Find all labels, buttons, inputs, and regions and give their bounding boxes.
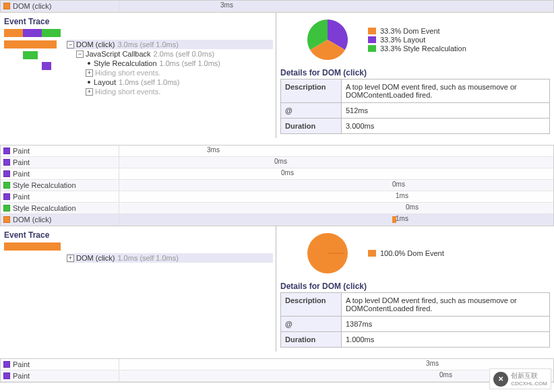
event-color-chip xyxy=(3,361,10,368)
event-name: Style Recalculation xyxy=(13,204,76,212)
tree-row[interactable]: −DOM (click)3.0ms (self 1.0ms) xyxy=(67,40,273,49)
tree-row[interactable]: +DOM (click)1.0ms (self 1.0ms) xyxy=(67,253,273,263)
legend-item: 100.0% Dom Event xyxy=(368,249,444,257)
details-value: 512ms xyxy=(342,103,550,119)
details-row: Duration1.000ms xyxy=(281,332,550,348)
timeline-duration-label: 0ms xyxy=(439,371,452,379)
details-row: DescriptionA top level DOM event fired, … xyxy=(281,293,550,317)
trace-bar xyxy=(23,51,38,59)
timeline-bottom: Paint3msPaint0ms xyxy=(0,358,554,383)
timeline-track[interactable]: 1ms xyxy=(119,191,553,202)
timeline-track[interactable]: 3ms xyxy=(119,359,553,370)
timeline-row[interactable]: Paint3ms xyxy=(1,359,553,370)
timeline-track[interactable]: 3ms xyxy=(119,145,553,156)
watermark-sub: CDCXHL.COM xyxy=(511,381,547,383)
trace-tree: −DOM (click)3.0ms (self 1.0ms)−JavaScrip… xyxy=(64,40,276,100)
timeline-track[interactable]: 0ms xyxy=(119,203,553,214)
event-color-chip xyxy=(3,3,10,9)
watermark-brand: 创新互联 xyxy=(511,371,547,381)
tree-label: DOM (click) xyxy=(76,254,115,262)
details-key: Description xyxy=(281,293,342,317)
collapse-icon[interactable]: − xyxy=(67,41,74,48)
details-key: @ xyxy=(281,317,342,332)
event-color-chip xyxy=(3,148,10,154)
tree-row[interactable]: Layout1.0ms (self 1.0ms) xyxy=(67,77,273,87)
event-name: Paint xyxy=(13,158,30,166)
details-row: @512ms xyxy=(281,103,550,119)
legend-label: 33.3% Layout xyxy=(380,36,425,44)
tree-label: DOM (click) xyxy=(76,40,115,48)
event-name: Paint xyxy=(13,170,30,178)
timeline-row[interactable]: Paint0ms xyxy=(1,168,553,180)
tree-row[interactable]: −JavaScript Callback2.0ms (self 0.0ms) xyxy=(67,49,273,59)
top-split: Event Trace −DOM (click)3.0ms (self 1.0m… xyxy=(0,13,554,138)
timeline-track[interactable]: 0ms xyxy=(119,168,553,179)
event-color-chip xyxy=(3,205,10,211)
event-name: DOM (click) xyxy=(13,216,51,224)
pie-legend-wrap: 33.3% Dom Event33.3% Layout33.3% Style R… xyxy=(280,14,550,64)
pie-legend-wrap: 100.0% Dom Event xyxy=(280,228,550,277)
timeline-track[interactable]: 0ms xyxy=(119,370,553,381)
event-color-chip xyxy=(3,372,10,379)
event-name: Paint xyxy=(13,147,30,155)
tree-time: 1.0ms (self 1.0ms) xyxy=(117,254,178,262)
collapse-icon[interactable]: − xyxy=(76,51,84,58)
timeline-row[interactable]: Style Recalculation0ms xyxy=(1,180,553,191)
tree-row[interactable]: +Hiding short events. xyxy=(67,68,273,77)
event-name: Paint xyxy=(13,360,30,368)
event-color-chip xyxy=(3,193,10,200)
tree-row[interactable]: Style Recalculation1.0ms (self 1.0ms) xyxy=(67,59,273,68)
timeline-row[interactable]: Paint0ms xyxy=(1,370,553,382)
expand-icon[interactable]: + xyxy=(67,255,74,262)
top-right-pane: 33.3% Dom Event33.3% Layout33.3% Style R… xyxy=(276,13,554,138)
timeline-track[interactable]: 0ms xyxy=(119,180,553,191)
details-key: Duration xyxy=(281,119,342,134)
event-color-chip xyxy=(3,159,10,166)
pie-chart-icon xyxy=(301,15,355,64)
expand-icon[interactable]: + xyxy=(86,69,93,77)
timeline-row[interactable]: Style Recalculation0ms xyxy=(1,203,553,214)
tree-label: Hiding short events. xyxy=(95,88,160,96)
trace-colorbar xyxy=(4,29,272,37)
details-value: A top level DOM event fired, such as mou… xyxy=(342,293,550,317)
event-trace-title: Event Trace xyxy=(0,13,276,28)
timeline-track[interactable]: 1ms xyxy=(119,214,553,225)
timeline-duration-label: 3ms xyxy=(220,1,233,9)
tree-label: Style Recalculation xyxy=(94,59,157,67)
event-name: Paint xyxy=(13,372,30,380)
timeline-top: DOM (click)3ms xyxy=(0,0,554,13)
bullet-icon xyxy=(88,62,90,65)
trace-bars-column xyxy=(0,40,64,100)
details-table: DescriptionA top level DOM event fired, … xyxy=(280,79,550,134)
timeline-row[interactable]: Paint1ms xyxy=(1,191,553,203)
details-title: Details for DOM (click) xyxy=(280,282,550,291)
mid-right-pane: 100.0% Dom Event Details for DOM (click)… xyxy=(276,226,554,352)
details-row: DescriptionA top level DOM event fired, … xyxy=(281,79,550,103)
timeline-row[interactable]: DOM (click)3ms xyxy=(1,1,553,12)
timeline-row[interactable]: DOM (click)1ms xyxy=(1,214,553,226)
expand-icon[interactable]: + xyxy=(86,88,93,96)
timeline-row[interactable]: Paint3ms xyxy=(1,145,553,157)
watermark-logo: ✕ 创新互联 CDCXHL.COM xyxy=(489,368,551,383)
event-name: Style Recalculation xyxy=(13,181,76,189)
details-key: Duration xyxy=(281,332,342,348)
timeline-duration-label: 0ms xyxy=(274,158,287,165)
pie-legend: 100.0% Dom Event xyxy=(368,249,444,258)
timeline-duration-label: 1ms xyxy=(396,215,408,222)
legend-item: 33.3% Style Recalculation xyxy=(368,44,466,53)
trace-colorbar xyxy=(4,242,272,251)
tree-time: 3.0ms (self 1.0ms) xyxy=(117,40,178,48)
event-color-chip xyxy=(3,216,10,223)
details-value: 1.000ms xyxy=(342,332,550,348)
trace-tree: +DOM (click)1.0ms (self 1.0ms) xyxy=(64,253,276,267)
tree-label: Layout xyxy=(94,78,116,86)
legend-label: 33.3% Style Recalculation xyxy=(380,44,466,53)
trace-bars-column xyxy=(0,253,64,267)
tree-time: 1.0ms (self 1.0ms) xyxy=(160,59,220,67)
tree-row[interactable]: +Hiding short events. xyxy=(67,87,273,96)
timeline-row[interactable]: Paint0ms xyxy=(1,157,553,168)
details-value: 3.000ms xyxy=(342,119,550,134)
timeline-track[interactable]: 3ms xyxy=(119,1,553,11)
timeline-track[interactable]: 0ms xyxy=(119,157,553,168)
details-table: DescriptionA top level DOM event fired, … xyxy=(280,292,550,348)
